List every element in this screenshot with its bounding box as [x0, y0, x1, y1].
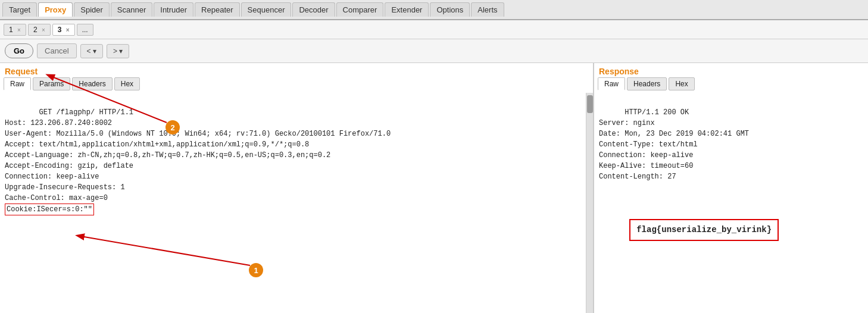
sub-tab-1[interactable]: 1 × — [4, 24, 26, 36]
flag-value: flag{unserialize_by_virink} — [629, 219, 779, 241]
sub-tab-1-close[interactable]: × — [17, 27, 21, 33]
tab-options[interactable]: Options — [430, 2, 470, 17]
response-tab-hex[interactable]: Hex — [669, 77, 694, 90]
request-label: Request — [0, 63, 593, 77]
sub-tab-3-label: 3 — [58, 26, 62, 34]
response-tabs: Raw Headers Hex — [594, 77, 868, 93]
tab-alerts[interactable]: Alerts — [471, 2, 504, 17]
request-body-wrapper: GET /flagphp/ HTTP/1.1 Host: 123.206.87.… — [0, 93, 593, 313]
request-tabs: Raw Params Headers Hex — [0, 77, 593, 93]
tab-sequencer[interactable]: Sequencer — [241, 2, 292, 17]
sub-tab-1-label: 1 — [9, 26, 13, 34]
sub-tab-2-close[interactable]: × — [42, 27, 45, 33]
response-panel: Response Raw Headers Hex HTTP/1.1 200 OK… — [594, 63, 868, 313]
tab-scanner[interactable]: Scanner — [111, 2, 152, 17]
tab-decoder[interactable]: Decoder — [292, 2, 335, 17]
request-scroll-thumb[interactable] — [587, 95, 593, 113]
sub-tab-more[interactable]: ... — [77, 24, 93, 36]
response-label: Response — [594, 63, 868, 77]
sub-tab-2-label: 2 — [33, 26, 38, 34]
tab-extender[interactable]: Extender — [385, 2, 429, 17]
tab-intruder[interactable]: Intruder — [154, 2, 193, 17]
response-tab-headers[interactable]: Headers — [627, 77, 667, 90]
sub-tab-2[interactable]: 2 × — [28, 24, 51, 36]
cancel-button[interactable]: Cancel — [37, 43, 76, 58]
sub-tab-3[interactable]: 3 × — [52, 24, 75, 36]
main-content: Request Raw Params Headers Hex GET /flag… — [0, 63, 868, 313]
request-tab-headers[interactable]: Headers — [72, 77, 112, 90]
request-tab-hex[interactable]: Hex — [114, 77, 140, 90]
request-tab-raw[interactable]: Raw — [4, 77, 31, 90]
request-body[interactable]: GET /flagphp/ HTTP/1.1 Host: 123.206.87.… — [0, 93, 586, 313]
top-tab-bar: Target Proxy Spider Scanner Intruder Rep… — [0, 0, 868, 20]
response-body[interactable]: HTTP/1.1 200 OK Server: nginx Date: Mon,… — [594, 93, 868, 313]
forward-button[interactable]: > ▾ — [107, 44, 129, 58]
tab-spider[interactable]: Spider — [74, 2, 110, 17]
tab-repeater[interactable]: Repeater — [195, 2, 239, 17]
tab-proxy[interactable]: Proxy — [38, 2, 73, 17]
request-tab-params[interactable]: Params — [33, 77, 70, 90]
toolbar: Go Cancel < ▾ > ▾ — [0, 39, 868, 63]
response-body-text: HTTP/1.1 200 OK Server: nginx Date: Mon,… — [599, 108, 749, 181]
request-panel: Request Raw Params Headers Hex GET /flag… — [0, 63, 594, 313]
sub-tab-bar: 1 × 2 × 3 × ... — [0, 20, 868, 39]
go-button[interactable]: Go — [5, 43, 33, 58]
response-tab-raw[interactable]: Raw — [598, 77, 625, 90]
tab-comparer[interactable]: Comparer — [336, 2, 384, 17]
tab-target[interactable]: Target — [2, 2, 37, 17]
request-body-text: GET /flagphp/ HTTP/1.1 Host: 123.206.87.… — [5, 108, 391, 202]
back-button[interactable]: < ▾ — [80, 44, 103, 58]
sub-tab-3-close[interactable]: × — [66, 27, 70, 33]
cookie-line: Cookie:ISecer=s:0:"" — [5, 204, 94, 215]
request-scrollbar[interactable] — [586, 93, 593, 313]
